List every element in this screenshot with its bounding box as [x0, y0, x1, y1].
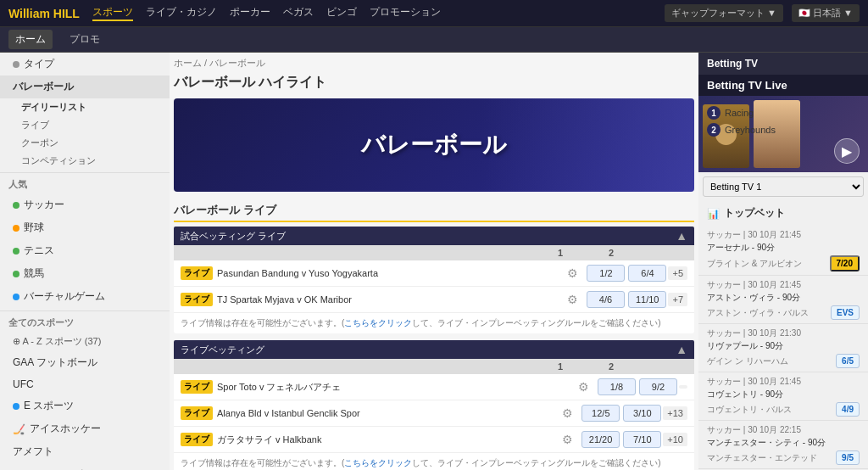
hero-bg — [482, 98, 694, 192]
bet-match: アストン・ヴィラ - 90分 — [707, 292, 860, 304]
bet-row: アストン・ヴィラ・バルス EVS — [707, 305, 860, 320]
nav-poker[interactable]: ポーカー — [230, 5, 270, 21]
live-badge: ライブ — [181, 433, 213, 446]
bet-row: マンチェスター・エンテッド 9/5 — [707, 450, 860, 465]
sidebar-item-baseball[interactable]: 野球 — [0, 216, 170, 239]
odd-btn[interactable]: 1/8 — [598, 378, 636, 395]
odd-badge[interactable]: 7/20 — [830, 255, 860, 271]
odd-badge[interactable]: 6/5 — [836, 354, 860, 368]
virtual-icon — [13, 294, 19, 300]
popular-heading: 人気 — [0, 172, 170, 193]
bet-meta: サッカー | 30 10月 21:30 — [707, 327, 860, 339]
sidebar-item-virtual[interactable]: バーチャルゲーム — [0, 285, 170, 308]
az-sports[interactable]: ⊕ A - Z スポーツ (37) — [0, 332, 170, 351]
plus-btn[interactable]: +10 — [663, 433, 687, 446]
horse-icon — [13, 271, 19, 277]
notice-link[interactable]: こちらをクリック — [344, 318, 412, 327]
sidebar-sub-competition[interactable]: コンペティション — [0, 152, 170, 170]
sidebar-item-keiba[interactable]: 競馬 — [0, 262, 170, 285]
baseball-icon — [13, 225, 19, 232]
tennis-icon — [13, 248, 19, 255]
tv-select[interactable]: Betting TV 1 — [703, 176, 864, 197]
bet-meta: サッカー | 30 10月 21:45 — [707, 229, 860, 241]
betting-tv-header: Betting TV — [698, 53, 868, 75]
sidebar-sub-daily[interactable]: デイリーリスト — [0, 98, 170, 116]
odd-btn-2[interactable]: 11/10 — [628, 291, 667, 308]
plus-btn[interactable]: +5 — [668, 266, 687, 280]
hero-text: バレーボール — [361, 129, 507, 161]
odd-badge[interactable]: 4/9 — [836, 402, 860, 417]
sidebar-item-icehockey[interactable]: 🏒 アイスホッケー — [0, 417, 170, 440]
live-badge: ライブ — [181, 293, 213, 306]
main-layout: タイプ バレーボール デイリーリスト ライブ クーポン コンペティション 人気 … — [0, 53, 868, 470]
tv-num1: 1 — [707, 106, 721, 120]
sidebar-sub-coupon[interactable]: クーポン — [0, 134, 170, 152]
second-nav: ホーム プロモ — [0, 27, 868, 53]
sidebar-item-volleyball[interactable]: バレーボール — [0, 76, 170, 98]
match-name[interactable]: ガラタサライ v Halkbank — [217, 434, 555, 446]
notice-link2[interactable]: こちらをクリック — [344, 458, 412, 467]
match-name[interactable]: Alanya Bld v Istanbul Genclik Spor — [217, 408, 555, 418]
all-sports-heading: 全てのスポーツ — [0, 311, 170, 332]
sidebar-item-winter[interactable]: ウィンタースポーツ — [0, 463, 170, 470]
score-icon: ⚙ — [562, 433, 573, 446]
table-row: ライブ ガラタサライ v Halkbank ⚙ 21/20 7/10 +10 — [174, 427, 694, 453]
odd-btn[interactable]: 9/2 — [639, 378, 677, 395]
odd-btn[interactable]: 7/10 — [623, 431, 661, 448]
sidebar-item-soccer[interactable]: サッカー — [0, 193, 170, 216]
odd-badge[interactable]: EVS — [831, 305, 860, 320]
plus-btn[interactable]: +13 — [663, 406, 687, 420]
score-icon: ⚙ — [567, 293, 578, 306]
sidebar-item-amefut[interactable]: アメフト — [0, 440, 170, 463]
notice-text: ライブ情報は存在を可能性がございます。(こちらをクリックして、ライブ・インプレー… — [174, 313, 694, 333]
table-row: ライブ TJ Spartak Myjava v OK Maribor ⚙ 4/6… — [174, 287, 694, 313]
odd-btn-1[interactable]: 4/6 — [587, 291, 625, 308]
tv-num2: 2 — [707, 123, 721, 137]
top-nav-links: スポーツ ライブ・カジノ ポーカー ベガス ビンゴ プロモーション — [92, 5, 441, 21]
sidebar-sub-live[interactable]: ライブ — [0, 116, 170, 134]
plus-btn — [679, 385, 687, 389]
expand-icon2[interactable]: ▲ — [676, 343, 687, 356]
bet-row: ゲイン ン リハーハム 6/5 — [707, 354, 860, 368]
sidebar: タイプ バレーボール デイリーリスト ライブ クーポン コンペティション 人気 … — [0, 53, 170, 470]
match-name[interactable]: TJ Spartak Myjava v OK Maribor — [217, 294, 560, 305]
nav-bingo[interactable]: ビンゴ — [326, 5, 357, 21]
nav-sports[interactable]: スポーツ — [92, 5, 133, 21]
breadcrumb: ホーム / バレーボール — [174, 57, 694, 70]
odd-badge[interactable]: 9/5 — [836, 450, 860, 465]
sidebar-item-ufc[interactable]: UFC — [0, 374, 170, 394]
table-header: 1 2 — [174, 245, 694, 260]
nav-promo2[interactable]: プロモ — [65, 32, 104, 47]
bet-meta: サッカー | 30 10月 21:45 — [707, 279, 860, 291]
nav-live-casino[interactable]: ライブ・カジノ — [146, 5, 217, 21]
sidebar-item-type[interactable]: タイプ — [0, 53, 170, 76]
live-matches-table: 1 2 ライブ Pasundan Bandung v Yuso Yogyakar… — [174, 245, 694, 333]
live-badge: ライブ — [181, 380, 213, 394]
top-nav-right: ギャップフォーマット ▼ 🇯🇵 日本語 ▼ — [665, 4, 860, 22]
odd-btn[interactable]: 21/20 — [581, 431, 620, 448]
match-name[interactable]: Spor Toto v フェネルバアチェ — [217, 381, 571, 394]
live-badge: ライブ — [181, 266, 213, 280]
top-nav: William HILL スポーツ ライブ・カジノ ポーカー ベガス ビンゴ プ… — [0, 0, 868, 27]
live-section-title: バレーボール ライブ — [174, 199, 694, 222]
nav-promo[interactable]: プロモーション — [370, 5, 441, 21]
odd-btn-2[interactable]: 6/4 — [628, 265, 666, 282]
play-button[interactable]: ▶ — [834, 138, 860, 164]
plus-btn[interactable]: +7 — [668, 293, 687, 306]
odd-btn[interactable]: 3/10 — [623, 405, 661, 422]
sidebar-item-tennis[interactable]: テニス — [0, 239, 170, 262]
odd-btn[interactable]: 12/5 — [581, 405, 620, 422]
sidebar-item-esports[interactable]: E スポーツ — [0, 394, 170, 417]
match-name[interactable]: Pasundan Bandung v Yuso Yogyakarta — [217, 268, 560, 278]
notice-text2: ライブ情報は存在を可能性がございます。(こちらをクリックして、ライブ・インプレー… — [174, 453, 694, 470]
right-sidebar: Betting TV Betting TV Live 1 Racing 2 Gr… — [698, 53, 868, 470]
format-button[interactable]: ギャップフォーマット ▼ — [665, 4, 783, 22]
language-button[interactable]: 🇯🇵 日本語 ▼ — [792, 4, 860, 22]
nav-vegas[interactable]: ベガス — [283, 5, 314, 21]
breadcrumb-home[interactable]: ホーム — [174, 58, 202, 68]
sidebar-item-gaa[interactable]: GAA フットボール — [0, 351, 170, 374]
expand-icon[interactable]: ▲ — [676, 229, 687, 243]
odd-btn-1[interactable]: 1/2 — [587, 265, 625, 282]
nav-home[interactable]: ホーム — [8, 30, 53, 49]
score-icon: ⚙ — [562, 406, 573, 420]
